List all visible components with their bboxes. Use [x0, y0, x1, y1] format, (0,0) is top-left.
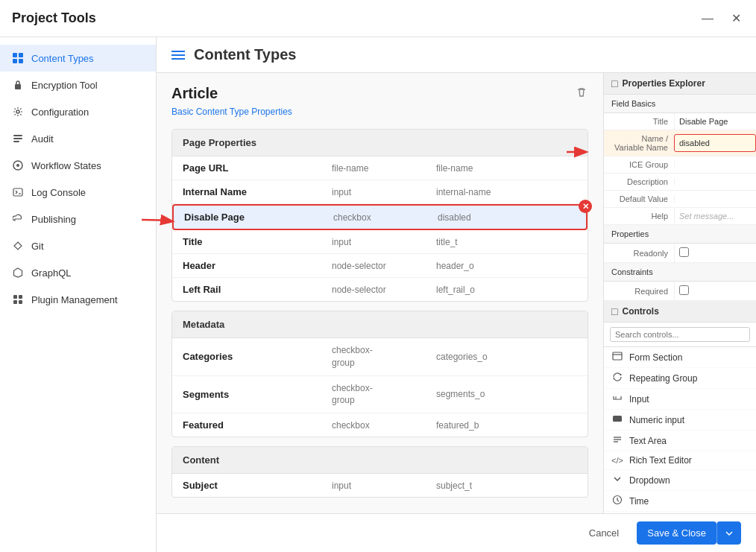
- sidebar-item-git[interactable]: Git: [0, 232, 156, 259]
- field-id-left-rail: left_rail_o: [436, 285, 577, 295]
- control-rich-text-editor[interactable]: </> Rich Text Editor: [604, 451, 756, 470]
- field-type-disable-page: checkbox: [333, 212, 438, 223]
- control-form-section[interactable]: Form Section: [604, 347, 756, 368]
- properties-explorer-header: □ Properties Explorer: [604, 73, 756, 95]
- sidebar-item-encryption-tool[interactable]: Encryption Tool: [0, 72, 156, 98]
- article-subtitle[interactable]: Basic Content Type Properties: [171, 107, 588, 117]
- control-text-area-label: Text Area: [629, 436, 667, 446]
- field-type-internal-name: input: [332, 187, 436, 197]
- prop-row-default-value: Default Value: [604, 191, 756, 208]
- sidebar-item-graphql[interactable]: GraphQL: [0, 259, 156, 286]
- sidebar-item-configuration-label: Configuration: [31, 107, 89, 118]
- svg-rect-8: [13, 141, 19, 142]
- app-title: Project Tools: [12, 10, 96, 26]
- form-section-icon: [611, 351, 623, 364]
- prop-label-title: Title: [604, 113, 674, 130]
- svg-rect-16: [19, 300, 22, 304]
- sidebar-item-plugin-management[interactable]: Plugin Management: [0, 286, 156, 313]
- svg-rect-3: [19, 59, 23, 63]
- field-row-header[interactable]: Header node-selector header_o: [172, 254, 588, 278]
- controls-header: □ Controls: [604, 301, 756, 323]
- svg-rect-0: [13, 53, 17, 57]
- field-row-segments[interactable]: Segments checkbox-group segments_o: [172, 376, 588, 414]
- lock-icon: [12, 79, 24, 91]
- sidebar-item-publishing-label: Publishing: [31, 214, 76, 225]
- readonly-checkbox[interactable]: [679, 247, 689, 257]
- title-bar-left: Project Tools: [12, 10, 96, 26]
- save-dropdown-button[interactable]: [716, 521, 741, 545]
- svg-rect-11: [13, 188, 22, 196]
- field-id-segments: segments_o: [436, 389, 577, 399]
- field-type-categories: checkbox-group: [332, 344, 436, 369]
- prop-label-default-value: Default Value: [604, 191, 674, 207]
- section-content: Content Subject input subject_t: [171, 446, 588, 498]
- svg-rect-6: [13, 135, 22, 136]
- field-row-disable-page[interactable]: Disable Page checkbox disabled ✕: [172, 204, 588, 230]
- control-text-area[interactable]: Text Area: [604, 431, 756, 451]
- remove-field-button[interactable]: ✕: [579, 200, 592, 213]
- required-checkbox[interactable]: [679, 285, 689, 295]
- svg-point-10: [16, 164, 19, 167]
- field-id-disable-page: disabled: [438, 212, 576, 223]
- sidebar-item-audit[interactable]: Audit: [0, 125, 156, 152]
- hamburger-icon[interactable]: [171, 51, 185, 60]
- sidebar-item-log-console[interactable]: Log Console: [0, 179, 156, 206]
- field-name-left-rail: Left Rail: [183, 284, 332, 295]
- prop-value-variable-name: disabled: [674, 134, 756, 152]
- content-title: Content Types: [194, 46, 296, 63]
- field-row-title[interactable]: Title input title_t: [172, 230, 588, 254]
- prop-label-ice-group: ICE Group: [604, 156, 674, 173]
- field-name-subject: Subject: [183, 480, 332, 491]
- control-time[interactable]: Time: [604, 491, 756, 512]
- input-icon: [611, 393, 623, 405]
- field-type-segments: checkbox-group: [332, 382, 436, 407]
- prop-row-variable-name: Name / Variable Name disabled: [604, 130, 756, 156]
- field-basics-title: Field Basics: [611, 99, 655, 108]
- control-numeric-input[interactable]: Numeric input: [604, 410, 756, 431]
- sidebar-item-content-types[interactable]: Content Types: [0, 45, 156, 72]
- sidebar-item-content-types-label: Content Types: [31, 53, 94, 64]
- sidebar-item-publishing[interactable]: Publishing: [0, 206, 156, 232]
- prop-value-ice-group: [674, 161, 756, 168]
- prop-label-variable-name: Name / Variable Name: [604, 130, 674, 156]
- sidebar-item-plugin-management-label: Plugin Management: [31, 294, 118, 305]
- sidebar-item-workflow-states[interactable]: Workflow States: [0, 152, 156, 179]
- close-button[interactable]: ✕: [728, 8, 744, 28]
- field-row-subject[interactable]: Subject input subject_t: [172, 474, 588, 497]
- workflow-icon: [12, 159, 24, 171]
- save-close-button[interactable]: Save & Close: [637, 521, 716, 545]
- control-input[interactable]: Input: [604, 389, 756, 410]
- richtext-icon: </>: [611, 456, 623, 465]
- field-name-header: Header: [183, 260, 332, 271]
- svg-rect-17: [613, 352, 622, 360]
- field-row-categories[interactable]: Categories checkbox-group categories_o: [172, 338, 588, 376]
- cancel-button[interactable]: Cancel: [579, 521, 629, 545]
- field-id-featured: featured_b: [436, 420, 577, 431]
- field-row-internal-name[interactable]: Internal Name input internal-name: [172, 180, 588, 204]
- title-bar-actions: — ✕: [699, 8, 744, 28]
- section-page-properties: Page Properties Page URL file-name file-…: [171, 129, 588, 302]
- field-row-featured[interactable]: Featured checkbox featured_b: [172, 413, 588, 437]
- control-repeating-group[interactable]: Repeating Group: [604, 368, 756, 389]
- prop-row-ice-group: ICE Group: [604, 156, 756, 174]
- section-page-properties-header: Page Properties: [172, 130, 588, 156]
- controls-title: Controls: [622, 306, 658, 317]
- svg-point-5: [16, 110, 19, 113]
- article-header: Article: [171, 85, 588, 102]
- controls-search-input[interactable]: [610, 327, 750, 342]
- field-row-page-url[interactable]: Page URL file-name file-name: [172, 156, 588, 180]
- field-name-segments: Segments: [183, 389, 332, 400]
- minimize-button[interactable]: —: [699, 8, 716, 28]
- field-row-left-rail[interactable]: Left Rail node-selector left_rail_o: [172, 278, 588, 301]
- article-editor: Article Basic Content Type Properties Pa…: [157, 73, 603, 513]
- field-id-header: header_o: [436, 261, 577, 271]
- svg-rect-14: [19, 295, 22, 299]
- prop-value-readonly: [674, 244, 756, 262]
- delete-button[interactable]: [575, 86, 588, 102]
- collapse-icon: □: [611, 77, 617, 89]
- sidebar-item-configuration[interactable]: Configuration: [0, 98, 156, 125]
- svg-rect-1: [19, 53, 23, 57]
- control-input-label: Input: [629, 394, 649, 405]
- control-dropdown[interactable]: Dropdown: [604, 470, 756, 491]
- section-metadata-header: Metadata: [172, 311, 588, 338]
